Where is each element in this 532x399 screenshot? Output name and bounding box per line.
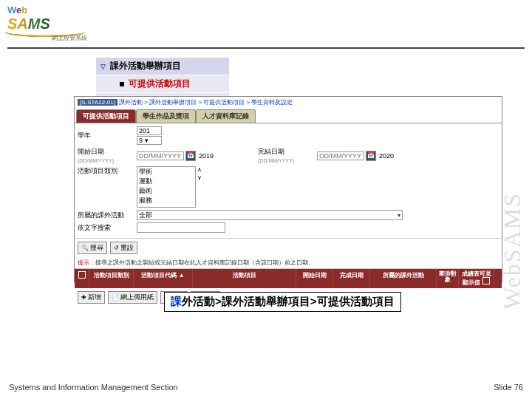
button-row-1: 🔍搜尋 ↺重設 [75,238,502,257]
footer: Systems and Information Management Secti… [0,383,532,392]
divider-top [7,47,525,49]
reset-button[interactable]: ↺重設 [110,242,137,254]
start-date-input[interactable] [137,151,184,160]
col-code[interactable]: 活動項目代碼 ▲ [134,269,193,288]
search-form: 學年 201 9 ▾ 開始日期(DD/MM/YYYY) 📅 2019 完結日期(… [75,123,502,238]
scroll-down-icon[interactable]: ∨ [197,174,202,181]
calendar-icon[interactable]: 📅 [185,151,196,161]
label-year: 學年 [78,131,137,140]
search-button[interactable]: 🔍搜尋 [78,242,107,254]
col-end[interactable]: 完成日期 [333,269,370,288]
footer-left: Systems and Information Management Secti… [9,383,178,392]
hint-text: 提示：搜尋之課外活動之開始或完結日期在此人才資料庫記錄日期（含該日期）前之日期。 [75,257,502,269]
watermark-text: WebSAMS [499,192,526,310]
nav-section-header[interactable]: ▽ 課外活動舉辦項目 [96,58,229,75]
category-multiselect[interactable]: 學術 運動 藝術 服務 比賽 文化及生活 [137,166,196,208]
breadcrumb: [S-STA22-01] 課外活動 > 課外活動舉辦項目 > 可提供活動項目 >… [75,97,502,108]
col-item[interactable]: 活動項目 [193,269,296,288]
end-date-input[interactable] [317,151,364,160]
table-header: 活動項目類別 活動項目代碼 ▲ 活動項目 開始日期 完成日期 所屬的課外活動 牽… [75,269,502,288]
reset-icon: ↺ [114,245,119,251]
upload-button[interactable]: 📄網上傳用紙 [108,291,157,304]
checkbox-all[interactable] [78,271,86,279]
logo: Web SAMS 網上校管系統 [7,4,87,42]
upload-icon: 📄 [112,294,119,301]
tab-bar: 可提供活動項目 學生作品及獎項 人才資料庫記錄 [76,109,502,123]
add-button[interactable]: ✚新增 [78,291,105,304]
tab-available-items[interactable]: 可提供活動項目 [76,109,136,123]
col-belongs[interactable]: 所屬的課外活動 [370,269,437,288]
col-visible[interactable]: 成績表可見 顯示值 [459,269,494,288]
label-text-search: 依文字搜索 [78,223,137,233]
col-involved[interactable]: 牽涉對象 [437,269,459,288]
text-search-input[interactable] [137,222,225,233]
label-start-date: 開始日期(DD/MM/YYYY) [78,147,137,164]
bullet-icon [120,82,124,86]
app-panel: [S-STA22-01] 課外活動 > 課外活動舉辦項目 > 可提供活動項目 >… [74,96,502,282]
col-start[interactable]: 開始日期 [296,269,333,288]
plus-icon: ✚ [81,294,86,301]
checkbox-visible[interactable] [482,277,490,284]
tab-talent-records[interactable]: 人才資料庫記錄 [196,109,256,123]
label-scope: 所屬的課外活動 [78,211,137,220]
label-category: 活動項目類別 [78,166,137,176]
col-category[interactable]: 活動項目類別 [89,269,134,288]
nav-item-available[interactable]: 可提供活動項目 [96,75,229,93]
calendar-icon[interactable]: 📅 [366,151,376,161]
chevron-down-icon: ▾ [398,212,400,219]
label-end-date: 完結日期(DD/MM/YYYY) [258,147,317,164]
year-select-bottom[interactable]: 9 ▾ [137,136,162,145]
triangle-down-icon: ▽ [100,63,106,70]
footer-right: Slide 76 [494,383,523,392]
scope-select[interactable]: 全部 ▾ [137,210,403,220]
scroll-up-icon[interactable]: ∧ [197,166,202,173]
search-icon: 🔍 [81,245,89,251]
tab-student-works[interactable]: 學生作品及獎項 [136,109,196,123]
breadcrumb-banner: 課外活動>課外活動舉辦項目>可提供活動項目 [164,292,401,312]
year-select-top[interactable]: 201 [137,126,162,135]
chevron-down-icon: ▾ [145,137,149,144]
